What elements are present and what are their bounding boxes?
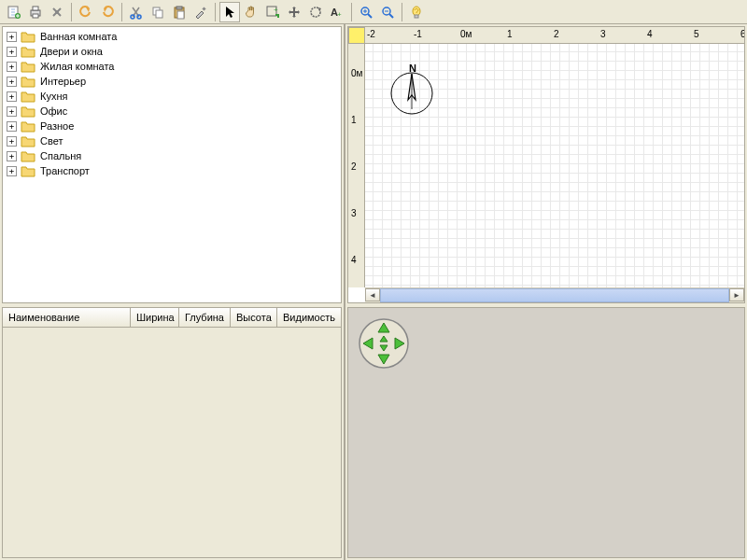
print-button[interactable] (25, 2, 46, 22)
svg-rect-9 (156, 10, 162, 18)
ruler-tick: 1 (507, 29, 513, 39)
new-plan-button[interactable] (4, 2, 24, 22)
ruler-tick: 4 (647, 29, 653, 39)
zoom-in-button[interactable] (356, 2, 376, 22)
furniture-tree[interactable]: + Ванная комната + Двери и окна + Жилая … (2, 26, 342, 303)
pointer-button[interactable] (219, 2, 240, 22)
tree-item[interactable]: + Спальня (3, 148, 341, 163)
expand-icon[interactable]: + (7, 91, 17, 102)
folder-icon (21, 119, 35, 133)
compass-icon[interactable]: N (384, 63, 440, 119)
expand-icon[interactable]: + (7, 136, 17, 147)
right-column: -2 -1 0м 1 2 3 4 5 6 0м 1 2 3 4 (345, 24, 747, 560)
tree-item[interactable]: + Жилая комната (3, 59, 341, 74)
3d-view[interactable] (347, 307, 745, 558)
svg-text:+: + (274, 6, 278, 14)
folder-icon (21, 30, 35, 43)
undo-button[interactable] (76, 2, 96, 22)
folder-icon (21, 164, 35, 177)
folder-icon (21, 60, 35, 73)
expand-icon[interactable]: + (7, 106, 17, 117)
hint-button[interactable] (406, 2, 427, 22)
folder-icon (21, 134, 35, 147)
ruler-tick: -2 (367, 29, 375, 39)
preferences-button[interactable] (47, 2, 67, 22)
horizontal-ruler[interactable]: -2 -1 0м 1 2 3 4 5 6 (365, 27, 744, 44)
tree-item[interactable]: + Офис (3, 104, 341, 119)
cut-button[interactable] (126, 2, 147, 22)
column-width[interactable]: Ширина (131, 308, 179, 327)
plan-view: -2 -1 0м 1 2 3 4 5 6 0м 1 2 3 4 (347, 26, 745, 303)
tree-item[interactable]: + Ванная комната (3, 29, 341, 44)
tree-item[interactable]: + Интерьер (3, 74, 341, 89)
tree-item[interactable]: + Разное (3, 119, 341, 133)
plan-grid[interactable]: N (365, 44, 744, 287)
tree-item-label: Ванная комната (40, 31, 117, 42)
ruler-tick: 0м (351, 68, 362, 78)
furniture-table: Наименование Ширина Глубина Высота Видим… (2, 307, 342, 558)
pan-button[interactable] (241, 2, 261, 22)
ruler-tick: 0м (460, 29, 472, 39)
svg-rect-4 (33, 14, 38, 18)
tree-item[interactable]: + Двери и окна (3, 44, 341, 59)
svg-rect-3 (33, 7, 38, 10)
svg-rect-13 (202, 7, 205, 10)
column-name[interactable]: Наименование (3, 308, 131, 327)
expand-icon[interactable]: + (7, 151, 17, 161)
column-depth[interactable]: Глубина (179, 308, 231, 327)
tree-item-label: Свет (40, 135, 63, 147)
separator (402, 3, 402, 21)
expand-icon[interactable]: + (7, 166, 17, 176)
ruler-tick: 3 (600, 29, 606, 39)
left-column: + Ванная комната + Двери и окна + Жилая … (0, 24, 345, 560)
svg-point-5 (55, 10, 59, 14)
tree-item[interactable]: + Свет (3, 133, 341, 148)
paste-button[interactable] (169, 2, 190, 22)
separator (351, 3, 352, 21)
scroll-left-button[interactable]: ◄ (365, 288, 380, 301)
tree-item-label: Разное (40, 120, 74, 132)
expand-icon[interactable]: + (7, 47, 17, 57)
separator (71, 3, 72, 21)
horizontal-scrollbar[interactable]: ◄ ► (365, 287, 744, 302)
ruler-tick: 1 (351, 115, 357, 125)
copy-button[interactable] (148, 2, 168, 22)
tree-item[interactable]: + Кухня (3, 89, 341, 104)
vertical-ruler[interactable]: 0м 1 2 3 4 (348, 44, 365, 287)
folder-icon (21, 45, 35, 58)
ruler-tick: 4 (351, 255, 357, 265)
rotate-tool-button[interactable] (305, 2, 326, 22)
column-visibility[interactable]: Видимость (277, 308, 341, 327)
expand-icon[interactable]: + (7, 121, 17, 132)
tree-item-label: Спальня (40, 150, 81, 161)
tree-item[interactable]: + Транспорт (3, 163, 341, 178)
expand-icon[interactable]: + (7, 62, 17, 72)
svg-rect-11 (176, 7, 182, 9)
redo-button[interactable] (97, 2, 118, 22)
tree-item-label: Офис (40, 105, 67, 117)
scroll-right-button[interactable]: ► (729, 288, 744, 301)
main-toolbar: + A+ (0, 0, 747, 24)
main-area: + Ванная комната + Двери и окна + Жилая … (0, 24, 747, 560)
navigation-wheel[interactable] (358, 317, 410, 370)
move-button[interactable] (284, 2, 304, 22)
separator (215, 3, 216, 21)
ruler-tick: 6 (740, 29, 744, 39)
table-body[interactable] (3, 328, 341, 557)
ruler-tick: -1 (414, 29, 422, 39)
tree-item-label: Транспорт (40, 165, 90, 176)
scroll-track[interactable] (380, 288, 729, 302)
zoom-out-button[interactable] (377, 2, 398, 22)
folder-icon (21, 75, 35, 88)
compass-label: N (409, 63, 416, 74)
text-tool-button[interactable]: A+ (327, 2, 347, 22)
separator (121, 3, 122, 21)
tree-item-label: Кухня (40, 91, 67, 102)
column-height[interactable]: Высота (231, 308, 277, 327)
eyedropper-button[interactable] (190, 2, 211, 22)
expand-icon[interactable]: + (7, 32, 17, 42)
ruler-origin[interactable] (348, 27, 365, 44)
add-wall-button[interactable]: + (262, 2, 283, 22)
expand-icon[interactable]: + (7, 77, 17, 87)
ruler-tick: 2 (351, 161, 357, 172)
